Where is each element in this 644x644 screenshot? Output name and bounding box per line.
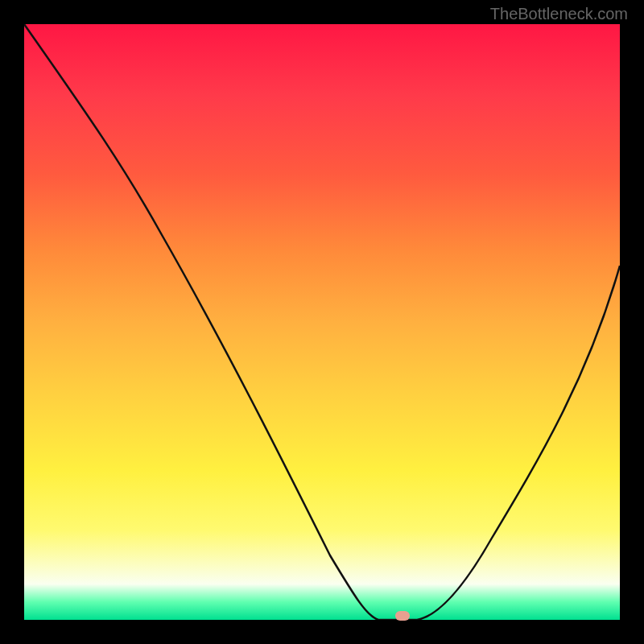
- bottleneck-curve: [24, 24, 620, 620]
- plot-area: [24, 24, 620, 620]
- curve-path: [24, 24, 620, 620]
- optimal-marker: [395, 611, 410, 621]
- watermark-text: TheBottleneck.com: [490, 5, 628, 23]
